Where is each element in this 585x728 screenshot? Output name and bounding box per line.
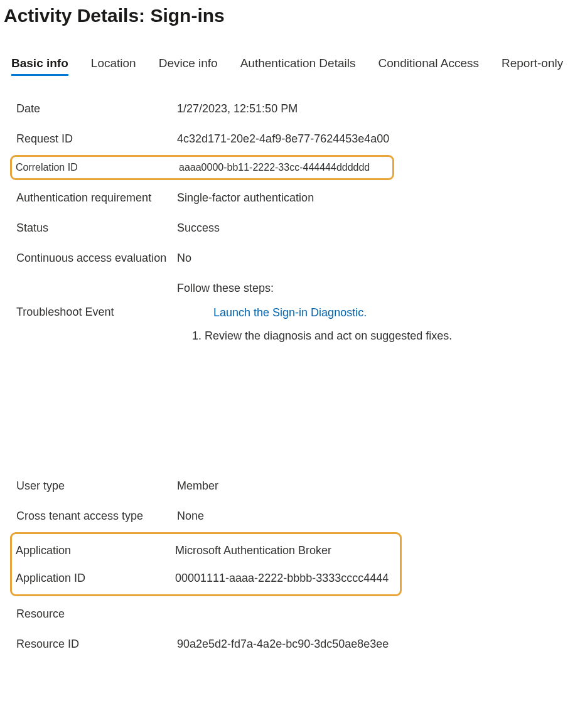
label-application-id: Application ID: [16, 570, 175, 586]
label-cae: Continuous access evaluation: [16, 250, 177, 265]
row-request-id: Request ID 4c32d171-20e2-4af9-8e77-76244…: [16, 124, 585, 154]
troubleshoot-step-1: 1. Review the diagnosis and act on sugge…: [192, 329, 585, 343]
label-resource-id: Resource ID: [16, 636, 177, 651]
row-application: Application Microsoft Authentication Bro…: [16, 537, 394, 564]
tab-conditional-access[interactable]: Conditional Access: [378, 56, 479, 76]
row-resource-id: Resource ID 90a2e5d2-fd7a-4a2e-bc90-3dc5…: [16, 629, 585, 659]
troubleshoot-intro: Follow these steps:: [177, 282, 585, 295]
label-cross-tenant: Cross tenant access type: [16, 508, 177, 523]
tab-device-info[interactable]: Device info: [159, 56, 218, 76]
row-status: Status Success: [16, 213, 585, 243]
row-cross-tenant: Cross tenant access type None: [16, 501, 585, 531]
highlight-correlation-id: Correlation ID aaaa0000-bb11-2222-33cc-4…: [10, 155, 394, 180]
row-application-id: Application ID 00001111-aaaa-2222-bbbb-3…: [16, 564, 394, 592]
label-status: Status: [16, 220, 177, 235]
row-auth-requirement: Authentication requirement Single-factor…: [16, 183, 585, 213]
tab-report-only[interactable]: Report-only: [502, 56, 563, 76]
label-request-id: Request ID: [16, 131, 177, 146]
launch-diagnostic-link[interactable]: Launch the Sign-in Diagnostic.: [213, 306, 367, 319]
label-application: Application: [16, 543, 175, 558]
value-application-id: 00001111-aaaa-2222-bbbb-3333cccc4444: [175, 570, 389, 586]
details-section-1: Date 1/27/2023, 12:51:50 PM Request ID 4…: [3, 94, 585, 659]
troubleshoot-content: Follow these steps: Launch the Sign-in D…: [177, 282, 585, 343]
tabs: Basic info Location Device info Authenti…: [3, 56, 585, 76]
value-resource-id: 90a2e5d2-fd7a-4a2e-bc90-3dc50ae8e3ee: [177, 636, 389, 651]
value-correlation-id: aaaa0000-bb11-2222-33cc-444444dddddd: [179, 162, 370, 173]
value-date: 1/27/2023, 12:51:50 PM: [177, 101, 298, 116]
value-auth-requirement: Single-factor authentication: [177, 190, 314, 205]
tab-authentication-details[interactable]: Authentication Details: [240, 56, 356, 76]
page-title: Activity Details: Sign-ins: [3, 5, 585, 26]
row-troubleshoot: Troubleshoot Event Follow these steps: L…: [16, 273, 585, 351]
value-user-type: Member: [177, 478, 218, 493]
label-resource: Resource: [16, 606, 177, 621]
value-cross-tenant: None: [177, 508, 204, 523]
label-troubleshoot: Troubleshoot Event: [16, 282, 177, 319]
highlight-application: Application Microsoft Authentication Bro…: [10, 532, 402, 596]
tab-basic-info[interactable]: Basic info: [11, 56, 68, 76]
value-status: Success: [177, 220, 220, 235]
label-correlation-id: Correlation ID: [16, 162, 179, 173]
row-cae: Continuous access evaluation No: [16, 243, 585, 273]
row-resource: Resource: [16, 599, 585, 629]
section-gap: [16, 351, 585, 471]
row-user-type: User type Member: [16, 471, 585, 501]
label-auth-requirement: Authentication requirement: [16, 190, 177, 205]
tab-location[interactable]: Location: [91, 56, 136, 76]
value-application: Microsoft Authentication Broker: [175, 543, 331, 558]
row-date: Date 1/27/2023, 12:51:50 PM: [16, 94, 585, 124]
value-cae: No: [177, 250, 191, 265]
label-user-type: User type: [16, 478, 177, 493]
label-date: Date: [16, 101, 177, 116]
value-request-id: 4c32d171-20e2-4af9-8e77-7624453e4a00: [177, 131, 389, 146]
